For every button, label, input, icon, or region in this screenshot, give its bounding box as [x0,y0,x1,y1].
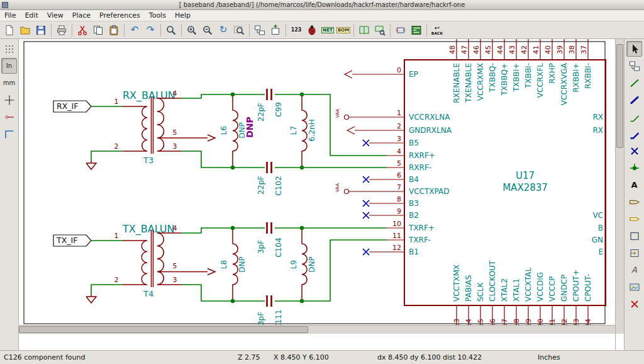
rx-balun-title[interactable]: RX_BALUN [123,89,175,102]
delete-tool-button[interactable] [626,296,642,312]
leave-sheet-button[interactable] [268,23,283,38]
find-button[interactable] [164,23,179,38]
wire-tool-button[interactable] [626,75,642,91]
text-tool-button[interactable]: A [626,262,642,278]
pin-name: VCCTXPAD [409,187,449,196]
annotate-icon: 123 [291,27,302,33]
zoom-in-icon [186,25,197,36]
tx-if-port[interactable]: TX_IF [53,235,91,246]
menu-help[interactable]: Help [170,10,195,21]
pin-name-partial: VC [592,211,603,220]
junction-tool-button[interactable] [626,160,642,176]
library-browser-button[interactable] [372,23,387,38]
open-schematic-button[interactable] [18,23,33,38]
zoom-out-button[interactable] [200,23,215,38]
copy-button[interactable] [91,23,106,38]
pin-number: 6 [397,171,401,179]
pin-name: RXENABLE [452,63,461,103]
bus-tool-button[interactable] [626,92,642,108]
no-connect-tool-button[interactable] [626,143,642,159]
sheet-tool-button[interactable] [626,228,642,244]
pin-number: 38 [568,45,576,54]
hv-wire-toggle-button[interactable] [1,126,17,142]
menu-tools[interactable]: Tools [145,10,170,21]
vertical-scrollbar-thumb[interactable] [616,44,623,148]
hier-label-tool-button[interactable] [626,211,642,227]
cut-button[interactable] [75,23,90,38]
dnp-annotation: DNP [245,117,255,138]
search-icon [165,25,177,36]
units-mm-button[interactable]: mm [1,75,17,91]
zoom-fit-button[interactable] [231,23,247,38]
hidden-pins-toggle-button[interactable] [1,109,17,125]
crosshair-icon [4,94,15,106]
pcbnew-button[interactable] [409,23,424,38]
horizontal-scrollbar-thumb[interactable] [19,326,308,333]
horizontal-scrollbar[interactable] [19,325,615,334]
c104-value: 3pF [257,240,265,254]
pin-number: 19 [525,319,533,325]
wire-entry-tool-button[interactable] [626,109,642,125]
menu-preferences[interactable]: Preferences [95,10,145,21]
rx-filter-network[interactable]: L6 DNP DNP 22pF C99 L7 6.2nH 22pF C102 [219,89,316,196]
select-tool-button[interactable] [626,41,642,57]
erc-button[interactable] [304,23,319,38]
library-editor-button[interactable] [357,23,372,38]
rx-if-port[interactable]: RX_IF [53,101,91,112]
net-label-tool-button[interactable]: A [626,177,642,193]
units-inches-button[interactable]: In [1,58,17,74]
redraw-view-button[interactable]: ↻ [216,23,231,38]
pin-number: 37 [580,45,588,54]
menu-file[interactable]: File [0,10,20,21]
toolbar-separator [353,24,354,37]
junction-icon [629,162,640,174]
ground-symbols[interactable] [86,161,96,303]
annotate-button[interactable]: 123 [289,23,304,38]
ic-u17-max2837[interactable]: VAA VAA U17 MAX2837 0 1 2 3 4 5 6 7 8 [335,39,606,325]
global-label-icon [629,196,640,208]
wire-segment[interactable] [91,106,123,294]
footprint-assign-button[interactable] [393,23,408,38]
save-schematic-button[interactable] [33,23,48,38]
bus-entry-tool-button[interactable] [626,126,642,142]
zoom-in-button[interactable] [184,23,199,38]
cursor-shape-button[interactable] [1,92,17,108]
pin-name: B4 [409,175,419,184]
menu-edit[interactable]: Edit [20,10,42,21]
global-label-tool-button[interactable] [626,194,642,210]
pin-number: 4 [397,147,401,156]
tx-balun-title[interactable]: TX_BALUN [122,223,174,236]
library-book-icon [358,25,370,36]
menu-place[interactable]: Place [68,10,95,21]
hierarchy-navigator-button[interactable] [252,23,267,38]
pin-name: CLOCKOUT [488,260,497,302]
pin-name: VCCRXFL [536,63,545,98]
back-arrow-icon: ↩ [435,25,440,31]
bom-button[interactable]: BOM [336,23,351,38]
pin-number: 12 [392,244,401,252]
schematic-canvas[interactable]: RX_IF TX_IF RX_BALUN TX_BALUN [19,39,615,325]
toolbar-separator [249,24,250,37]
netlist-button[interactable]: NET [320,23,335,38]
pin-number: 7 [397,183,401,191]
no-connect-flags[interactable] [363,140,369,255]
title-bar[interactable]: [ baseband /baseband/] (/home/marcos/lif… [0,0,644,10]
grid-toggle-button[interactable] [1,41,17,57]
back-annotate-button[interactable]: ↩ BACK [430,23,445,38]
transformer-t4[interactable]: T4 1 2 4 5 3 [114,224,216,299]
hierarchy-tool-button[interactable] [626,58,642,74]
undo-button[interactable]: ↶ [127,23,142,38]
bitmap-tool-button[interactable] [626,279,642,295]
vertical-scrollbar[interactable] [615,39,624,334]
left-toolbar: In mm [0,39,19,350]
new-schematic-button[interactable] [2,23,17,38]
power-pin-circle [345,190,349,194]
paste-button[interactable] [106,23,121,38]
tx-filter-network[interactable]: L8 DNP 3pF C104 L9 DNP 3pF C111 [219,222,316,325]
menu-view[interactable]: View [43,10,68,21]
rx-net-wires[interactable] [181,94,387,168]
print-button[interactable] [54,23,69,38]
sheet-pin-tool-button[interactable] [626,245,642,261]
redo-button[interactable]: ↷ [143,23,158,38]
tx-net-wires[interactable] [181,228,387,301]
